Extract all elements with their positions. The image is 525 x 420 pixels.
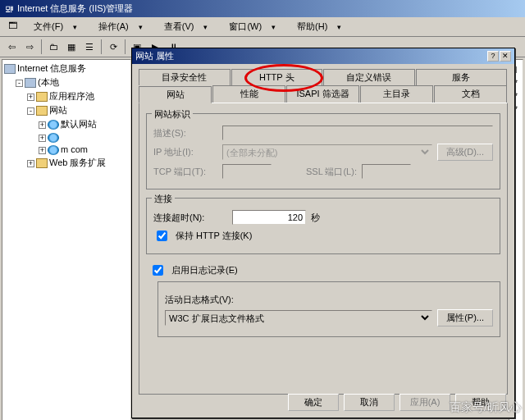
ip-select: (全部未分配) xyxy=(222,144,432,160)
log-props-button[interactable]: 属性(P)... xyxy=(437,309,493,326)
server-icon xyxy=(25,78,36,88)
watermark: 百家号/昕风心 xyxy=(450,400,522,415)
keepalive-checkbox[interactable] xyxy=(157,231,167,241)
collapse-icon[interactable]: - xyxy=(27,107,34,115)
ok-button[interactable]: 确定 xyxy=(288,394,339,411)
globe-icon xyxy=(48,145,59,155)
group-legend: 网站标识 xyxy=(152,108,193,121)
desc-label: 描述(S): xyxy=(153,127,217,139)
desc-input xyxy=(222,126,493,140)
dialog-titlebar: 网站 属性 ? ✕ xyxy=(132,48,514,64)
ssl-input xyxy=(362,164,411,179)
menu-view[interactable]: 查看(V)▾ xyxy=(154,19,218,34)
ip-label: IP 地址(I): xyxy=(153,146,217,158)
expand-icon[interactable]: + xyxy=(39,121,46,129)
tab-http-headers[interactable]: HTTP 头 xyxy=(231,69,323,85)
menu-help[interactable]: 帮助(H)▾ xyxy=(287,19,351,34)
menubar: 🗔 文件(F)▾ 操作(A)▾ 查看(V)▾ 窗口(W)▾ 帮助(H)▾ xyxy=(0,17,525,37)
tab-dir-security[interactable]: 目录安全性 xyxy=(139,69,231,85)
globe-icon xyxy=(48,133,59,143)
tree-web-ext[interactable]: +Web 服务扩展 xyxy=(4,156,129,170)
tab-panel: 网站标识 描述(S): IP 地址(I): (全部未分配) 高级(D)... T… xyxy=(139,103,508,395)
tree-site-3[interactable]: +m com xyxy=(4,144,129,156)
timeout-input[interactable] xyxy=(232,210,306,225)
tabs: 目录安全性 HTTP 头 自定义错误 服务 网站 性能 ISAPI 筛选器 主目… xyxy=(132,64,514,395)
folder-icon xyxy=(36,92,48,102)
collapse-icon[interactable]: - xyxy=(16,80,23,87)
group-log: 活动日志格式(V): W3C 扩展日志文件格式 属性(P)... xyxy=(158,281,500,337)
props-button[interactable]: ☰ xyxy=(81,39,98,55)
globe-icon xyxy=(48,120,59,130)
tab-isapi[interactable]: ISAPI 筛选器 xyxy=(286,85,359,103)
dialog-title-text: 网站 属性 xyxy=(135,50,174,62)
enable-log-checkbox[interactable] xyxy=(153,265,163,276)
tree-default-site[interactable]: +默认网站 xyxy=(4,117,129,131)
help-button[interactable]: ? xyxy=(487,51,499,62)
expand-icon[interactable]: + xyxy=(27,94,34,101)
list-button[interactable]: ▦ xyxy=(63,39,80,55)
tree-host[interactable]: -(本地 xyxy=(4,75,129,89)
group-legend: 连接 xyxy=(152,193,175,205)
tree-pane[interactable]: Internet 信息服务 -(本地 +应用程序池 -网站 +默认网站 + +m… xyxy=(2,59,131,420)
menu-window[interactable]: 窗口(W)▾ xyxy=(219,19,285,34)
tree-root[interactable]: Internet 信息服务 xyxy=(4,62,129,75)
close-button[interactable]: ✕ xyxy=(500,51,511,62)
log-format-select[interactable]: W3C 扩展日志文件格式 xyxy=(165,310,432,326)
tab-docs[interactable]: 文档 xyxy=(434,85,507,103)
back-button[interactable]: ⇦ xyxy=(3,39,20,55)
folder-icon xyxy=(36,106,48,116)
up-button[interactable]: 🗀 xyxy=(45,39,62,55)
tree-website[interactable]: -网站 xyxy=(4,103,129,117)
ssl-label: SSL 端口(L): xyxy=(306,166,357,178)
main-window-title: 🖳 Internet 信息服务 (IIS)管理器 xyxy=(0,0,525,17)
enable-log-label: 启用日志记录(E) xyxy=(171,264,238,276)
timeout-label: 连接超时(N): xyxy=(153,212,227,224)
refresh-button[interactable]: ⟳ xyxy=(105,39,121,55)
menu-action[interactable]: 操作(A)▾ xyxy=(89,19,153,34)
tab-performance[interactable]: 性能 xyxy=(212,85,285,103)
log-format-label: 活动日志格式(V): xyxy=(165,294,234,306)
folder-icon xyxy=(36,158,48,168)
tcp-label: TCP 端口(T): xyxy=(153,166,217,178)
app-icon: 🗔 xyxy=(3,19,22,34)
title-text: Internet 信息服务 (IIS)管理器 xyxy=(17,2,133,15)
expand-icon[interactable]: + xyxy=(27,160,34,167)
tab-service[interactable]: 服务 xyxy=(416,69,508,85)
cancel-button[interactable]: 取消 xyxy=(344,394,395,411)
expand-icon[interactable]: + xyxy=(39,135,46,142)
properties-dialog: 网站 属性 ? ✕ 目录安全性 HTTP 头 自定义错误 服务 网站 性能 IS… xyxy=(131,48,515,418)
apply-button: 应用(A) xyxy=(399,394,450,411)
expand-icon[interactable]: + xyxy=(39,147,46,154)
group-connection: 连接 连接超时(N): 秒 保持 HTTP 连接(K) xyxy=(146,198,500,254)
fwd-button[interactable]: ⇨ xyxy=(21,39,38,55)
tcp-input xyxy=(222,164,272,179)
tab-homedir[interactable]: 主目录 xyxy=(360,85,433,103)
tree-app-pool[interactable]: +应用程序池 xyxy=(4,89,129,103)
menu-file[interactable]: 文件(F)▾ xyxy=(24,19,87,34)
tab-website[interactable]: 网站 xyxy=(139,86,212,103)
computer-icon xyxy=(4,64,16,74)
tab-custom-errors[interactable]: 自定义错误 xyxy=(323,69,415,85)
seconds-label: 秒 xyxy=(311,212,320,224)
advanced-button: 高级(D)... xyxy=(437,144,493,161)
group-site-id: 网站标识 描述(S): IP 地址(I): (全部未分配) 高级(D)... T… xyxy=(146,113,500,189)
keepalive-label: 保持 HTTP 连接(K) xyxy=(176,230,252,242)
tree-site-2[interactable]: + xyxy=(4,131,129,144)
iis-icon: 🖳 xyxy=(5,4,14,14)
